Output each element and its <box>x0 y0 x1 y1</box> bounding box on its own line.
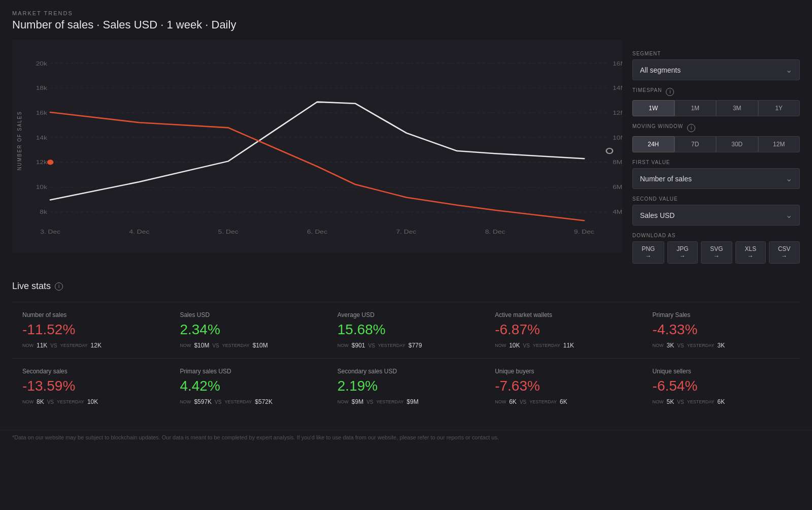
svg-text:3. Dec: 3. Dec <box>40 229 60 235</box>
stat-pct: -6.87% <box>495 322 632 338</box>
svg-point-30 <box>606 148 613 153</box>
vs-label: VS <box>677 343 684 348</box>
moving-window-btn-group: 24H 7D 30D 12M <box>632 136 800 152</box>
svg-text:8k: 8k <box>40 209 47 215</box>
segment-value: All segments <box>640 66 681 74</box>
live-stats-section: Live stats i Number of sales -11.52% NOW… <box>0 271 812 425</box>
vs-label: VS <box>215 399 221 405</box>
download-csv-btn[interactable]: CSV → <box>769 241 800 264</box>
download-section: DOWNLOAD AS PNG → JPG → SVG → XLS → CSV … <box>632 233 800 264</box>
download-xls-btn[interactable]: XLS → <box>735 241 766 264</box>
now-label: NOW <box>495 343 506 348</box>
stat-card: Unique buyers -7.63% NOW 6K VS YESTERDAY… <box>485 358 642 415</box>
svg-text:20k: 20k <box>36 60 48 67</box>
first-value-section: First value Number of sales ⌄ <box>632 160 800 189</box>
now-label: NOW <box>22 399 33 404</box>
chart-container: 20k 18k 16k 14k 12k 10k 8k 16M 14M 12M 1… <box>12 40 622 253</box>
moving-window-label: MOVING WINDOW <box>632 123 683 129</box>
stat-label: Number of sales <box>22 311 159 318</box>
moving-window-section: MOVING WINDOW i 24H 7D 30D 12M <box>632 123 800 152</box>
stat-label: Primary Sales <box>653 311 790 318</box>
page-title: Number of sales · Sales USD · 1 week · D… <box>12 18 622 31</box>
now-val: $901 <box>352 342 365 349</box>
yesterday-val: 3K <box>717 342 725 349</box>
timespan-info-icon[interactable]: i <box>666 88 674 96</box>
stat-card: Active market wallets -6.87% NOW 10K VS … <box>485 302 642 358</box>
segment-section: Segment All segments ⌄ <box>632 51 800 80</box>
timespan-1m-btn[interactable]: 1M <box>674 100 717 116</box>
stat-now-yesterday: NOW 5K VS YESTERDAY 6K <box>653 398 790 405</box>
yesterday-label: YESTERDAY <box>687 343 715 348</box>
stat-label: Active market wallets <box>495 311 632 318</box>
live-stats-info-icon[interactable]: i <box>55 282 63 291</box>
stat-pct: 2.19% <box>337 378 475 394</box>
now-val: $10M <box>194 342 209 349</box>
download-png-btn[interactable]: PNG → <box>632 241 664 264</box>
download-svg-btn[interactable]: SVG → <box>701 241 732 264</box>
stat-label: Primary sales USD <box>180 368 317 375</box>
yesterday-val: $779 <box>409 342 422 349</box>
vs-label: VS <box>212 343 219 348</box>
stat-card: Sales USD 2.34% NOW $10M VS YESTERDAY $1… <box>170 302 327 358</box>
now-val: 6K <box>509 398 517 405</box>
first-value-value: Number of sales <box>640 175 692 183</box>
mw-30d-btn[interactable]: 30D <box>716 136 758 152</box>
stat-now-yesterday: NOW 11K VS YESTERDAY 12K <box>22 342 159 349</box>
mw-24h-btn[interactable]: 24H <box>632 136 674 152</box>
stat-card: Primary Sales -4.33% NOW 3K VS YESTERDAY… <box>642 302 800 358</box>
download-row: PNG → JPG → SVG → XLS → CSV → <box>632 241 800 264</box>
yesterday-val: $572K <box>255 398 273 405</box>
svg-text:8. Dec: 8. Dec <box>485 229 505 235</box>
second-value-dropdown[interactable]: Sales USD ⌄ <box>632 205 800 226</box>
footer-note: *Data on our website may be subject to b… <box>0 430 812 444</box>
stat-now-yesterday: NOW $9M VS YESTERDAY $9M <box>337 398 475 405</box>
stat-card: Average USD 15.68% NOW $901 VS YESTERDAY… <box>327 302 485 358</box>
mw-7d-btn[interactable]: 7D <box>674 136 717 152</box>
stat-pct: 2.34% <box>180 322 317 338</box>
timespan-1y-btn[interactable]: 1Y <box>758 100 800 116</box>
svg-text:NUMBER OF SALES: NUMBER OF SALES <box>16 111 22 170</box>
vs-label: VS <box>520 399 526 405</box>
stats-grid-row1: Number of sales -11.52% NOW 11K VS YESTE… <box>12 302 800 358</box>
stat-now-yesterday: NOW 6K VS YESTERDAY 6K <box>495 398 632 405</box>
mw-12m-btn[interactable]: 12M <box>758 136 800 152</box>
timespan-1w-btn[interactable]: 1W <box>632 100 674 116</box>
stat-card: Unique sellers -6.54% NOW 5K VS YESTERDA… <box>642 358 800 415</box>
stat-label: Secondary sales USD <box>337 368 475 375</box>
right-panel: Segment All segments ⌄ TIMESPAN i 1W 1M … <box>632 10 800 271</box>
vs-label: VS <box>677 399 684 405</box>
download-label: DOWNLOAD AS <box>632 233 800 238</box>
stat-card: Primary sales USD 4.42% NOW $597K VS YES… <box>170 358 327 415</box>
now-val: 8K <box>37 398 44 405</box>
stat-now-yesterday: NOW $10M VS YESTERDAY $10M <box>180 342 317 349</box>
live-stats-title: Live stats i <box>12 281 800 292</box>
first-value-dropdown[interactable]: Number of sales ⌄ <box>632 168 800 189</box>
now-label: NOW <box>180 399 191 404</box>
now-label: NOW <box>653 343 664 348</box>
yesterday-label: YESTERDAY <box>376 399 403 404</box>
stats-grid-row2: Secondary sales -13.59% NOW 8K VS YESTER… <box>12 358 800 415</box>
now-label: NOW <box>337 343 349 348</box>
svg-text:14k: 14k <box>36 135 48 141</box>
now-label: NOW <box>495 399 506 404</box>
stat-pct: -4.33% <box>653 322 790 338</box>
stat-label: Unique sellers <box>653 368 790 375</box>
segment-label: Segment <box>632 51 800 56</box>
stat-now-yesterday: NOW 3K VS YESTERDAY 3K <box>653 342 790 349</box>
svg-text:SALES USD: SALES USD <box>621 133 622 169</box>
timespan-3m-btn[interactable]: 3M <box>716 100 758 116</box>
download-jpg-btn[interactable]: JPG → <box>667 241 698 264</box>
now-val: 10K <box>509 342 520 349</box>
now-label: NOW <box>22 343 33 348</box>
stat-label: Sales USD <box>180 311 317 318</box>
second-value-label: Second value <box>632 196 800 202</box>
moving-window-info-icon[interactable]: i <box>687 124 695 132</box>
segment-dropdown[interactable]: All segments ⌄ <box>632 59 800 80</box>
first-value-arrow-icon: ⌄ <box>786 174 792 183</box>
now-label: NOW <box>337 399 349 404</box>
svg-text:4M: 4M <box>613 209 622 215</box>
now-val: 5K <box>667 398 674 405</box>
chart-svg: 20k 18k 16k 14k 12k 10k 8k 16M 14M 12M 1… <box>12 48 622 249</box>
vs-label: VS <box>47 399 54 405</box>
stat-label: Average USD <box>337 311 475 318</box>
